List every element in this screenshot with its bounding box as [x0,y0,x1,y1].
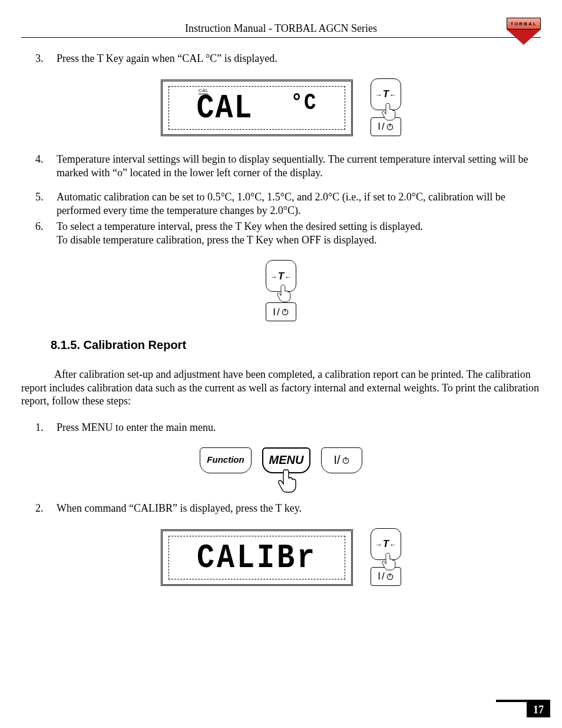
t-key: T [266,260,296,292]
t-key: T [371,528,401,560]
power-slash: / [337,453,340,467]
figure-t-key-only: T I / [21,260,541,321]
power-bar: I [378,120,381,133]
section-intro: After calibration set-up and adjustment … [21,368,541,408]
key-column: T I / [371,528,401,586]
brand-logo: TORBAL [507,18,541,45]
figure-calibr: CALIBr T I / [21,528,541,586]
step-number: 3. [35,52,44,65]
function-label: Function [207,454,244,466]
figure-cal-degc: CAL CAL °C T I / [21,78,541,136]
step-list-1: 3. Press the T Key again when “CAL °C” i… [21,52,541,65]
lcd-main-text: CAL °C [197,87,318,130]
power-icon [342,456,350,465]
lcd-display: CALIBr [161,529,353,586]
step-3: 3. Press the T Key again when “CAL °C” i… [57,52,541,65]
step-text: Temperature interval settings will begin… [57,153,528,179]
hand-press-icon [276,283,293,303]
step-text: Press the T Key again when “CAL °C” is d… [57,52,277,64]
lcd-deg: °C [291,90,318,116]
header-title: Instruction Manual - TORBAL AGCN Series [185,18,377,35]
power-bar: I [378,570,381,582]
t-key-label: T [270,270,292,282]
step-text: Press MENU to enter the main menu. [57,421,216,433]
step-text: To select a temperature interval, press … [57,220,423,232]
report-step-2: 2. When command “CALIBR” is displayed, p… [57,502,541,515]
step-list-2: 4. Temperature interval settings will be… [21,153,541,247]
step-list-4: 2. When command “CALIBR” is displayed, p… [21,502,541,515]
step-text: Automatic calibration can be set to 0.5°… [57,191,505,216]
power-slash: / [382,120,385,133]
power-button: I / [321,447,362,473]
step-4: 4. Temperature interval settings will be… [57,153,541,180]
page-number: 17 [527,702,550,717]
power-key: I / [266,302,296,321]
t-key-label: T [375,88,396,100]
section-title-text: Calibration Report [84,338,186,351]
power-icon [281,308,289,316]
lcd-main-text: CALIBr [197,537,317,579]
menu-button: MENU [262,447,310,473]
page-number-block: 17 [496,700,550,717]
menu-label: MENU [269,453,304,467]
power-slash: / [382,570,385,582]
power-bar: I [273,306,276,318]
key-column: T I / [371,78,401,136]
step-number: 5. [35,190,44,204]
t-key: T [371,78,401,110]
lcd-word: CAL [197,88,253,127]
section-number: 8.1.5. [51,338,80,351]
step-number: 4. [35,153,44,166]
section-heading: 8.1.5. Calibration Report [51,338,541,353]
power-slash: / [277,306,280,318]
function-button: Function [200,447,252,473]
logo-triangle-icon [507,29,541,45]
logo-text: TORBAL [507,18,541,29]
page-header: Instruction Manual - TORBAL AGCN Series … [21,18,541,35]
hand-press-icon [381,101,398,121]
step-5: 5. Automatic calibration can be set to 0… [57,190,541,218]
header-rule [21,37,541,38]
step-number: 2. [35,502,44,515]
hand-press-icon [276,466,300,495]
power-icon [386,123,394,131]
step-list-3: 1. Press MENU to enter the main menu. [21,421,541,434]
hand-press-icon [381,551,398,571]
lcd-display: CAL CAL °C [161,80,353,136]
step-6: 6. To select a temperature interval, pre… [57,220,541,247]
power-icon [386,572,394,581]
t-key-label: T [375,538,396,550]
figure-menu-buttons: Function MENU I / [21,447,541,473]
step-text: When command “CALIBR” is displayed, pres… [57,502,302,514]
report-step-1: 1. Press MENU to enter the main menu. [57,421,541,434]
step-number: 1. [35,421,44,434]
step-number: 6. [35,220,44,233]
step-text-line2: To disable temperature calibration, pres… [57,234,376,246]
